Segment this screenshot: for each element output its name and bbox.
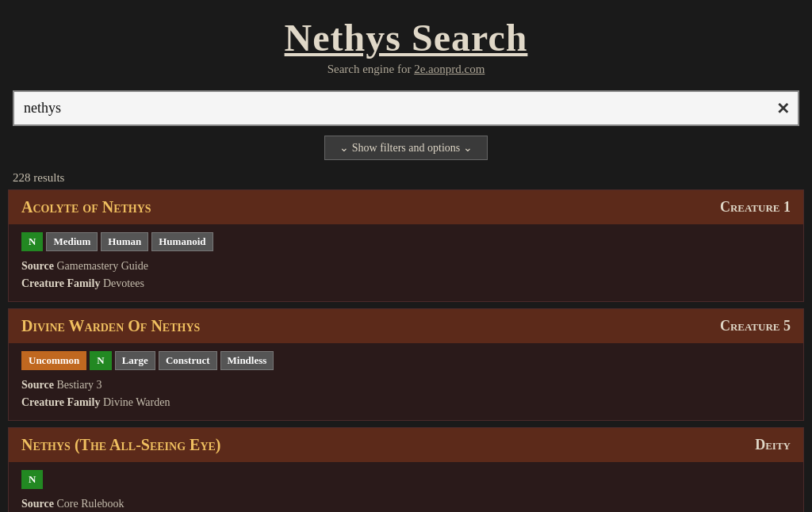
result-meta-3: Source Core Rulebook [21, 495, 791, 512]
results-count: 228 results [0, 166, 812, 189]
result-body-1: N Medium Human Humanoid Source Gamemaste… [9, 224, 803, 301]
family-value-1: Devotees [103, 277, 144, 289]
search-bar-container: ✕ [0, 82, 812, 129]
tag-humanoid[interactable]: Humanoid [151, 232, 213, 251]
results-list: Acolyte of Nethys Creature 1 N Medium Hu… [0, 189, 812, 512]
search-input[interactable] [13, 90, 799, 126]
result-type-1: Creature 1 [720, 199, 791, 216]
source-value-1: Gamemastery Guide [56, 260, 147, 272]
tag-alignment-n2[interactable]: N [90, 351, 111, 370]
source-label-1: Source [21, 260, 54, 272]
search-clear-button[interactable]: ✕ [776, 99, 790, 118]
result-type-3: Deity [755, 437, 791, 453]
site-header: Nethys Search Search engine for 2e.aonpr… [0, 0, 812, 82]
result-title-1: Acolyte of Nethys [21, 198, 151, 216]
tag-medium[interactable]: Medium [46, 232, 98, 251]
tag-construct[interactable]: Construct [159, 351, 217, 370]
result-header-2[interactable]: Divine Warden Of Nethys Creature 5 [9, 309, 803, 343]
source-value-2: Bestiary 3 [56, 379, 102, 391]
tag-alignment-n3[interactable]: N [21, 470, 43, 489]
site-title: Nethys Search [8, 16, 804, 59]
tag-human[interactable]: Human [101, 232, 148, 251]
tags-3: N [21, 470, 791, 489]
result-body-3: N Source Core Rulebook [9, 462, 803, 512]
result-title-3: Nethys (The All-Seeing Eye) [21, 436, 221, 454]
family-label-1: Creature Family [21, 277, 100, 289]
result-card-3: Nethys (The All-Seeing Eye) Deity N Sour… [8, 427, 804, 512]
tag-uncommon[interactable]: Uncommon [21, 351, 86, 370]
filters-toggle-button[interactable]: ⌄ Show filters and options ⌄ [324, 136, 488, 160]
tags-1: N Medium Human Humanoid [21, 232, 791, 251]
source-label-2: Source [21, 379, 54, 391]
result-header-3[interactable]: Nethys (The All-Seeing Eye) Deity [9, 428, 803, 462]
result-title-2: Divine Warden Of Nethys [21, 317, 200, 335]
source-label-3: Source [21, 498, 54, 510]
tag-mindless[interactable]: Mindless [220, 351, 274, 370]
result-body-2: Uncommon N Large Construct Mindless Sour… [9, 343, 803, 420]
source-value-3: Core Rulebook [56, 498, 124, 510]
subtitle-text: Search engine for [327, 63, 412, 75]
result-card-1: Acolyte of Nethys Creature 1 N Medium Hu… [8, 189, 804, 302]
filters-toggle-container: ⌄ Show filters and options ⌄ [0, 136, 812, 160]
family-label-2: Creature Family [21, 396, 100, 408]
tag-large[interactable]: Large [115, 351, 155, 370]
family-value-2: Divine Warden [103, 396, 170, 408]
result-type-2: Creature 5 [720, 318, 791, 334]
result-meta-2: Source Bestiary 3 Creature Family Divine… [21, 376, 791, 412]
result-header-1[interactable]: Acolyte of Nethys Creature 1 [9, 190, 803, 224]
site-subtitle: Search engine for 2e.aonprd.com [8, 63, 804, 76]
tag-alignment-n[interactable]: N [21, 232, 43, 251]
result-card-2: Divine Warden Of Nethys Creature 5 Uncom… [8, 308, 804, 421]
tags-2: Uncommon N Large Construct Mindless [21, 351, 791, 370]
result-meta-1: Source Gamemastery Guide Creature Family… [21, 258, 791, 293]
site-link[interactable]: 2e.aonprd.com [414, 63, 485, 75]
